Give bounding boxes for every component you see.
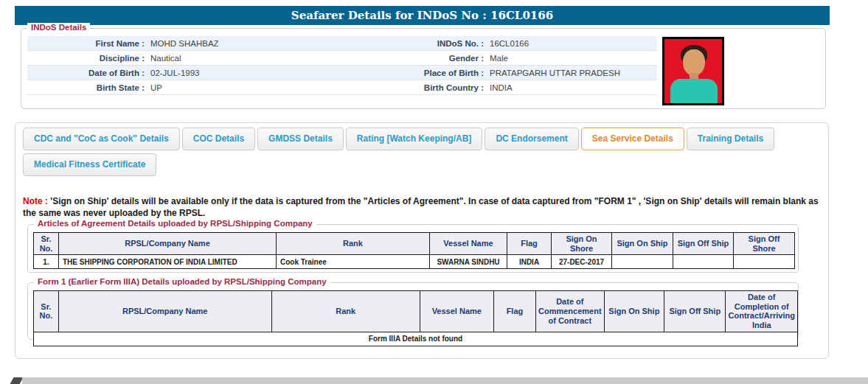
agreement-cell-sign-off-ship <box>673 255 734 269</box>
indos-details-grid: First Name : MOHD SHAHBAZ INDoS No. : 16… <box>27 36 657 95</box>
place-of-birth-value: PRATAPGARH UTTAR PRADESH <box>487 69 657 77</box>
agreement-col-sign-off-shore: Sign Off Shore <box>734 233 795 255</box>
form1-section: Form 1 (Earlier Form IIIA) Details uploa… <box>27 282 799 340</box>
agreement-cell-vessel: SWARNA SINDHU <box>430 255 507 269</box>
agreement-col-rank: Rank <box>277 233 430 255</box>
tab-gmdss-details[interactable]: GMDSS Details <box>257 128 344 150</box>
agreement-cell-sign-on-shore: 27-DEC-2017 <box>552 255 612 269</box>
form1-legend: Form 1 (Earlier Form IIIA) Details uploa… <box>34 277 330 286</box>
articles-of-agreement-section: Articles of Agreement Details uploaded b… <box>27 224 799 273</box>
agreement-header-row: Sr. No. RPSL/Company Name Rank Vessel Na… <box>34 233 795 255</box>
agreement-data-row: 1. THE SHIPPING CORPORATION OF INDIA LIM… <box>34 255 795 269</box>
indos-no-value: 16CL0166 <box>487 39 657 48</box>
indos-row-first-name: First Name : MOHD SHAHBAZ INDoS No. : 16… <box>27 36 657 51</box>
tab-training-details[interactable]: Training Details <box>687 128 774 150</box>
agreement-cell-sr-no: 1. <box>34 255 59 269</box>
tab-medical-fitness-certificate[interactable]: Medical Fitness Certificate <box>23 153 156 176</box>
discipline-value: Nautical <box>147 54 409 63</box>
agreement-col-sign-off-ship: Sign Off Ship <box>673 233 734 255</box>
agreement-cell-rank: Cook Trainee <box>277 255 430 269</box>
birth-country-label: Birth Country : <box>409 83 487 92</box>
articles-of-agreement-legend: Articles of Agreement Details uploaded b… <box>34 219 316 228</box>
bottom-corner-glyph <box>10 377 24 384</box>
first-name-label: First Name : <box>27 39 147 48</box>
agreement-col-sign-on-shore: Sign On Shore <box>552 233 612 255</box>
note-prefix: Note : <box>23 196 48 206</box>
form1-col-vessel: Vessel Name <box>420 291 493 332</box>
photo-shirt-shape <box>670 79 718 105</box>
seafarer-details-page: Seafarer Details for INDoS No : 16CL0166… <box>0 0 868 384</box>
birth-state-value: UP <box>147 83 409 92</box>
place-of-birth-label: Place of Birth : <box>409 69 487 77</box>
details-tab-panel: CDC and "CoC as Cook" Details COC Detail… <box>15 122 829 359</box>
page-title: Seafarer Details for INDoS No : 16CL0166 <box>15 6 830 25</box>
form1-empty-message: Form IIIA Details not found <box>34 332 798 346</box>
tab-coc-details[interactable]: COC Details <box>182 128 255 150</box>
agreement-col-sign-on-ship: Sign On Ship <box>612 233 673 255</box>
form1-col-sr-no: Sr. No. <box>34 291 59 332</box>
agreement-col-sr-no: Sr. No. <box>34 233 59 255</box>
note-text: 'Sign on Ship' details will be available… <box>23 196 819 218</box>
form1-table: Sr. No. RPSL/Company Name Rank Vessel Na… <box>33 290 798 346</box>
birth-country-value: INDIA <box>487 83 657 92</box>
details-tabs: CDC and "CoC as Cook" Details COC Detail… <box>15 123 828 179</box>
date-of-birth-label: Date of Birth : <box>27 69 147 77</box>
date-of-birth-value: 02-JUL-1993 <box>147 69 409 77</box>
sign-on-ship-note: Note : 'Sign on Ship' details will be av… <box>23 195 821 219</box>
agreement-cell-flag: INDIA <box>507 255 552 269</box>
form1-col-sign-on-ship: Sign On Ship <box>604 291 664 332</box>
tab-rating-watch-keeping-ab[interactable]: Rating [Watch Keeping/AB] <box>346 128 483 150</box>
agreement-col-vessel: Vessel Name <box>430 233 507 255</box>
indos-row-date-of-birth: Date of Birth : 02-JUL-1993 Place of Bir… <box>27 66 657 80</box>
indos-no-label: INDoS No. : <box>409 39 487 48</box>
agreement-cell-company: THE SHIPPING CORPORATION OF INDIA LIMITE… <box>59 255 277 269</box>
form1-col-company: RPSL/Company Name <box>58 291 271 332</box>
indos-row-discipline: Discipline : Nautical Gender : Male <box>27 51 657 66</box>
form1-col-flag: Flag <box>493 291 535 332</box>
form1-col-date-commencement: Date of Commencement of Contract <box>536 291 605 332</box>
agreement-cell-sign-on-ship <box>612 255 673 269</box>
horizontal-scrollbar[interactable] <box>22 377 868 384</box>
indos-row-birth-state: Birth State : UP Birth Country : INDIA <box>27 80 657 95</box>
articles-of-agreement-table: Sr. No. RPSL/Company Name Rank Vessel Na… <box>33 232 795 269</box>
agreement-col-flag: Flag <box>507 233 552 255</box>
indos-details-legend: INDoS Details <box>27 23 90 32</box>
tab-dc-endorsement[interactable]: DC Endorsement <box>485 128 578 150</box>
agreement-col-company: RPSL/Company Name <box>59 233 277 255</box>
agreement-cell-sign-off-shore <box>734 255 795 269</box>
tab-sea-service-details[interactable]: Sea Service Details <box>581 128 684 150</box>
tab-cdc-coc-as-cook-details[interactable]: CDC and "CoC as Cook" Details <box>23 128 180 150</box>
form1-col-sign-off-ship: Sign Off Ship <box>664 291 726 332</box>
photo-face-shape <box>683 49 705 76</box>
birth-state-label: Birth State : <box>27 83 147 92</box>
form1-header-row: Sr. No. RPSL/Company Name Rank Vessel Na… <box>34 291 798 332</box>
first-name-value: MOHD SHAHBAZ <box>147 39 409 48</box>
seafarer-photo <box>662 37 724 105</box>
form1-col-rank: Rank <box>271 291 420 332</box>
form1-empty-row: Form IIIA Details not found <box>34 332 798 346</box>
discipline-label: Discipline : <box>27 54 147 63</box>
gender-value: Male <box>487 54 657 63</box>
gender-label: Gender : <box>409 54 487 63</box>
form1-col-date-completion: Date of Completion of Contract/Arriving … <box>726 291 798 332</box>
tab-row: CDC and "CoC as Cook" Details COC Detail… <box>23 128 821 179</box>
